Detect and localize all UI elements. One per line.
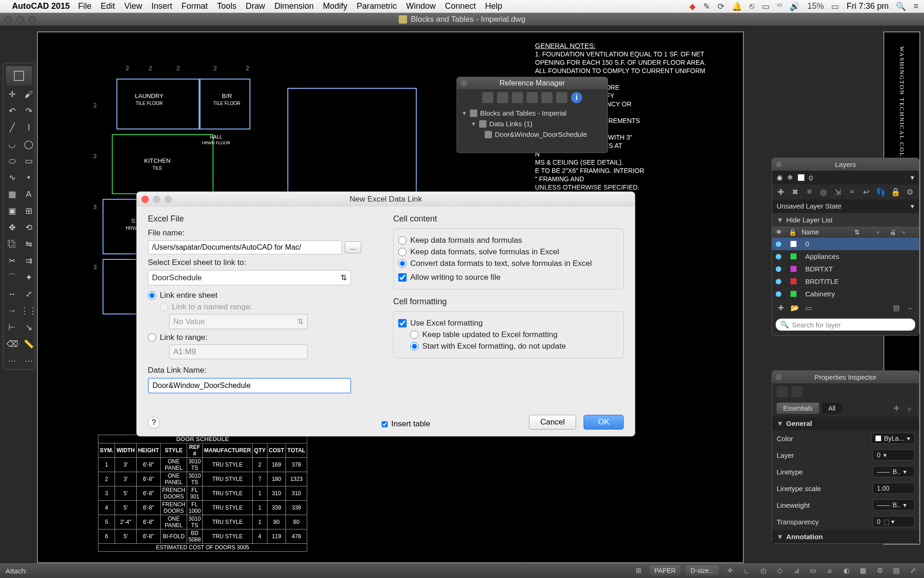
sort-icon[interactable]: ⇅ — [854, 228, 876, 236]
checkbox-insert-table[interactable] — [382, 421, 388, 427]
tool-fillet-icon[interactable]: ⌒ — [6, 271, 18, 283]
checkbox-allow-write[interactable] — [398, 273, 407, 282]
tool-circle-icon[interactable]: ◯ — [23, 138, 35, 150]
polar-icon[interactable]: ◴ — [758, 565, 769, 576]
tool-spline-icon[interactable]: ∿ — [6, 172, 18, 184]
prop-lineweight-value[interactable]: B.. — [893, 501, 900, 509]
prop-transparency-value[interactable]: 0 — [877, 518, 881, 525]
close-window-icon[interactable] — [5, 16, 12, 23]
dialog-close-icon[interactable] — [141, 196, 149, 203]
dropdown-icon[interactable]: ▾ — [911, 202, 914, 210]
tool-polyline-icon[interactable]: ⌇ — [23, 122, 35, 134]
snap-icon[interactable]: ✛ — [724, 565, 736, 576]
cancel-button[interactable]: Cancel — [529, 415, 577, 430]
osnap-icon[interactable]: ◇ — [774, 565, 785, 576]
layer-row[interactable]: 0 — [772, 238, 919, 250]
clean-icon[interactable]: ⤢ — [907, 565, 918, 576]
add-icon[interactable]: ✚ — [776, 303, 786, 313]
tool-text-icon[interactable]: A — [23, 188, 35, 200]
tool-rotate-icon[interactable]: ⟲ — [23, 221, 35, 234]
layer-color-swatch[interactable] — [798, 174, 804, 181]
dyn-icon[interactable]: ▭ — [808, 565, 819, 576]
menu-insert[interactable]: Insert — [152, 1, 172, 11]
refmgr-reload-icon[interactable] — [497, 92, 508, 103]
menu-view[interactable]: View — [124, 1, 142, 11]
prop-layer-value[interactable]: 0 — [877, 451, 881, 459]
lwt-icon[interactable]: ≡ — [824, 565, 835, 576]
menu-modify[interactable]: Modify — [323, 1, 347, 11]
window-traffic-lights[interactable] — [5, 16, 36, 23]
tool-undo-icon[interactable]: ↶ — [6, 105, 18, 117]
menu-format[interactable]: Format — [182, 1, 208, 11]
otrack-icon[interactable]: ⊿ — [791, 565, 802, 576]
radio-link-range[interactable] — [148, 333, 156, 342]
refmgr-bind-icon[interactable] — [527, 92, 538, 103]
menu-window[interactable]: Window — [406, 1, 436, 11]
tool-array-icon[interactable]: ⋮⋮ — [23, 305, 35, 317]
new-layer-icon[interactable]: ✚ — [777, 187, 785, 197]
settings-icon[interactable]: ⚙ — [906, 187, 914, 197]
print-col-icon[interactable]: 🖨 — [889, 228, 902, 236]
bell-icon[interactable]: 🔔 — [732, 1, 742, 12]
tool-move-icon[interactable]: ✥ — [6, 221, 18, 234]
tool-stretch-icon[interactable]: ↔ — [6, 288, 18, 300]
layer-row[interactable]: BDRTXT — [772, 263, 919, 275]
layer-search[interactable]: 🔍 Search for layer — [776, 319, 915, 331]
quickprops-icon[interactable] — [791, 386, 802, 397]
evernote-icon[interactable]: ✎ — [703, 1, 710, 12]
minus-icon[interactable]: − — [905, 303, 915, 313]
sc-icon[interactable]: ⚙ — [874, 565, 885, 576]
isolate-icon[interactable]: ◎ — [819, 187, 828, 197]
transparency-icon[interactable]: ◐ — [841, 565, 852, 576]
spotlight-icon[interactable]: 🔍 — [896, 1, 906, 12]
filter-icon[interactable]: ▤ — [891, 303, 901, 313]
tab-essentials[interactable]: Essentials — [777, 403, 819, 414]
tool-trim-icon[interactable]: ✂ — [6, 255, 18, 267]
refmgr-datalinks[interactable]: Data Links (1) — [489, 120, 532, 128]
tool-leader-icon[interactable]: ↘ — [23, 321, 35, 333]
refmgr-info-icon[interactable]: i — [571, 92, 582, 103]
visibility-icon[interactable]: ◉ — [777, 173, 783, 182]
delete-layer-icon[interactable]: ✖ — [791, 187, 800, 197]
refmgr-item[interactable]: Door&Window_DoorSchedule — [495, 130, 587, 138]
qp-icon[interactable]: ▦ — [857, 565, 869, 576]
tool-redo-icon[interactable]: ↷ — [23, 105, 35, 117]
tool-crosshair-icon[interactable]: ✛ — [6, 88, 18, 100]
pick-icon[interactable]: ✛ — [891, 403, 901, 413]
group-icon[interactable]: ▭ — [803, 303, 814, 313]
radio-keep-updated[interactable] — [410, 331, 419, 339]
tool-mirror-icon[interactable]: ⇋ — [23, 238, 35, 250]
bluetooth-icon[interactable]: ⎋ — [749, 1, 754, 11]
refmgr-detach-icon[interactable] — [541, 92, 553, 103]
filename-field[interactable] — [148, 240, 342, 254]
radio-convert-text[interactable] — [398, 259, 407, 268]
battery-icon[interactable]: ▭ — [831, 1, 839, 12]
layer-row[interactable]: BRDTITLE — [772, 275, 919, 288]
freeze-icon[interactable]: ❄ — [787, 173, 793, 182]
tool-paint-icon[interactable]: 🖌 — [23, 88, 35, 100]
browse-button[interactable]: ... — [345, 241, 361, 253]
menu-parametric[interactable]: Parametric — [357, 1, 397, 11]
merge-icon[interactable]: ⇲ — [833, 187, 842, 197]
app-name[interactable]: AutoCAD 2015 — [12, 1, 70, 11]
match-icon[interactable]: ≈ — [848, 187, 857, 197]
color-col-icon[interactable]: ▫ — [876, 228, 889, 236]
tool-hatch-icon[interactable]: ▦ — [6, 188, 18, 200]
open-icon[interactable]: 📂 — [790, 303, 800, 313]
layer-row[interactable]: Appliances — [772, 250, 919, 263]
layer-row[interactable]: Cabinetry — [772, 288, 919, 300]
tool-more2-icon[interactable]: ⋯ — [23, 355, 35, 367]
menu-help[interactable]: Help — [485, 1, 502, 11]
prop-linetype-value[interactable]: B.. — [893, 468, 900, 475]
battery-label[interactable]: 15% — [807, 1, 824, 11]
layers-panel[interactable]: Layers ◉ ❄ 0 ▾ ✚ ✖ ≡ ◎ ⇲ ≈ ↩ 👣 🔒 ⚙ Unsav… — [772, 158, 919, 336]
tool-offset-icon[interactable]: ⇉ — [23, 255, 35, 267]
tool-palette[interactable]: ✛ 🖌 ↶ ↷ ╱ ⌇ ◡ ◯ ⬭ ▭ ∿ • ▦ A ▣ ⊞ ✥ ⟲ ⿻ ⇋ … — [3, 63, 35, 370]
close-icon[interactable] — [776, 161, 782, 167]
menu-draw[interactable]: Draw — [246, 1, 265, 11]
tool-line-icon[interactable]: ╱ — [6, 122, 18, 134]
range-field[interactable]: A1:M9 — [169, 344, 308, 359]
menu-extra-icon[interactable]: ≡ — [913, 1, 918, 11]
tool-scale-icon[interactable]: ⤢ — [23, 288, 35, 300]
close-icon[interactable] — [461, 80, 467, 86]
